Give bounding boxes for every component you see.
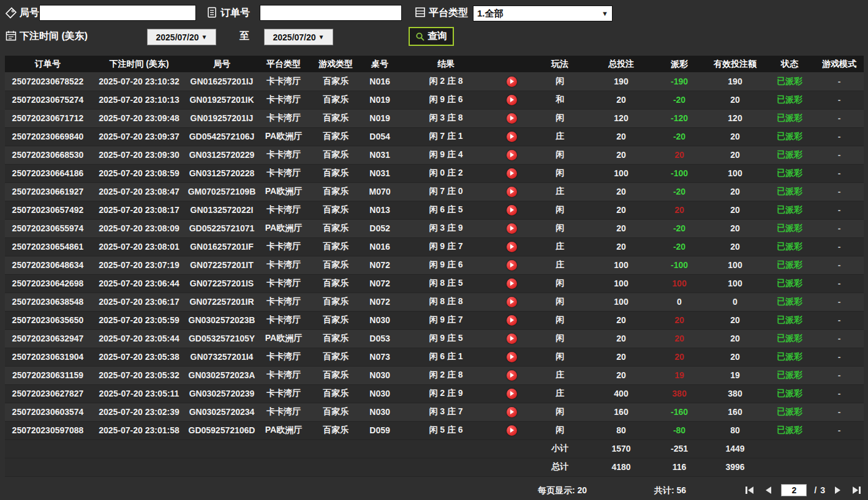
query-button[interactable]: 查询	[409, 27, 454, 46]
table-row: 2507202306685302025-07-20 23:09:30GN0312…	[5, 146, 864, 164]
play-icon	[510, 207, 514, 212]
date-to-picker[interactable]: 2025/07/20 ▼	[264, 29, 333, 45]
cell-table-no: N019	[360, 91, 399, 109]
cell-result: 闲 2 庄 8	[399, 72, 492, 91]
play-video-button[interactable]	[507, 76, 517, 87]
play-icon	[510, 263, 514, 267]
cell-platform-type: PA欧洲厅	[256, 329, 311, 348]
cell-status: 已派彩	[764, 403, 815, 421]
cell-payout: -20	[653, 182, 706, 201]
cell-play-video	[492, 403, 530, 421]
play-video-button[interactable]	[507, 315, 517, 326]
play-video-button[interactable]	[507, 113, 517, 124]
play-icon	[510, 354, 514, 359]
play-video-button[interactable]	[507, 205, 517, 215]
cell-game-mode: -	[815, 91, 864, 109]
next-page-button[interactable]	[832, 485, 843, 495]
play-video-button[interactable]	[507, 407, 517, 417]
cell-order-id: 250720230631159	[5, 366, 91, 384]
cell-order-id: 250720230638548	[5, 293, 91, 311]
cell-platform-type: 卡卡湾厅	[256, 384, 311, 403]
cell-status: 已派彩	[764, 421, 815, 439]
cell-bet-time: 2025-07-20 23:09:48	[91, 109, 187, 127]
platform-icon	[414, 6, 426, 18]
play-video-button[interactable]	[507, 370, 517, 381]
cell-game-mode: -	[815, 274, 864, 293]
play-video-button[interactable]	[507, 150, 517, 160]
current-page-input[interactable]: 2	[781, 484, 807, 496]
cell-game-mode: -	[815, 201, 864, 219]
play-video-button[interactable]	[507, 260, 517, 271]
play-video-button[interactable]	[507, 297, 517, 307]
bet-time-label: 下注时间 (美东)	[20, 30, 88, 43]
cell-table-no: N072	[360, 293, 399, 311]
platform-select[interactable]: 1.全部 ▼	[473, 6, 613, 21]
cell-game-mode: -	[815, 127, 864, 146]
prev-page-button[interactable]	[763, 485, 774, 495]
total-count-label: 共计: 56	[654, 485, 686, 496]
cell-play-video	[492, 146, 530, 164]
cell-play-method: 庄	[530, 127, 589, 146]
header-result: 结果	[399, 56, 492, 72]
cell-table-no: N072	[360, 274, 399, 293]
summary-body: 小计 1570 -251 1449 总计 4180 116 3996	[5, 439, 864, 476]
round-input[interactable]	[39, 5, 196, 21]
play-video-button[interactable]	[507, 168, 517, 179]
play-icon	[510, 409, 514, 414]
date-to-value: 2025/07/20	[273, 32, 316, 42]
play-video-button[interactable]	[507, 352, 517, 362]
cell-play-video	[492, 274, 530, 293]
cell-table-no: N013	[360, 201, 399, 219]
cell-platform-type: PA欧洲厅	[256, 127, 311, 146]
cell-total-bet: 20	[589, 348, 653, 366]
table-row: 2507202306574922025-07-20 23:08:17GN0132…	[5, 201, 864, 219]
cell-status: 已派彩	[764, 146, 815, 164]
cell-round-id: GN0302572023B	[187, 311, 256, 329]
cell-payout: -20	[653, 91, 706, 109]
cell-game-type: 百家乐	[311, 311, 360, 329]
tag-icon	[5, 7, 17, 19]
subtotal-valid-bet: 1449	[706, 439, 764, 458]
cell-bet-time: 2025-07-20 23:02:39	[91, 403, 187, 421]
play-icon	[510, 373, 514, 378]
order-input[interactable]	[260, 5, 402, 21]
play-video-button[interactable]	[507, 95, 517, 105]
play-video-button[interactable]	[507, 223, 517, 234]
play-video-button[interactable]	[507, 425, 517, 436]
play-video-button[interactable]	[507, 242, 517, 252]
cell-platform-type: 卡卡湾厅	[256, 403, 311, 421]
search-icon	[415, 32, 425, 42]
last-page-button[interactable]	[851, 485, 862, 495]
play-icon	[510, 189, 514, 194]
cell-valid-bet: 20	[706, 237, 764, 256]
cell-bet-time: 2025-07-20 23:07:19	[91, 256, 187, 274]
total-spacer-right	[764, 458, 864, 476]
pagination-bar: 每页显示: 20 共计: 56 2 / 3	[0, 483, 868, 500]
cell-platform-type: 卡卡湾厅	[256, 237, 311, 256]
cell-table-no: N073	[360, 348, 399, 366]
header-play-video	[492, 56, 530, 72]
play-video-button[interactable]	[507, 132, 517, 142]
cell-platform-type: 卡卡湾厅	[256, 201, 311, 219]
cell-platform-type: PA欧洲厅	[256, 182, 311, 201]
play-video-button[interactable]	[507, 187, 517, 197]
cell-valid-bet: 380	[706, 384, 764, 403]
play-video-button[interactable]	[507, 334, 517, 344]
cell-game-type: 百家乐	[311, 274, 360, 293]
header-game-mode: 游戏模式	[815, 56, 864, 72]
play-video-button[interactable]	[507, 389, 517, 399]
cell-payout: -20	[653, 127, 706, 146]
cell-payout: 20	[653, 201, 706, 219]
cell-result: 闲 3 庄 7	[399, 403, 492, 421]
first-page-button[interactable]	[744, 485, 755, 495]
date-from-picker[interactable]: 2025/07/20 ▼	[147, 29, 216, 45]
cell-table-no: D054	[360, 127, 399, 146]
cell-bet-time: 2025-07-20 23:10:13	[91, 91, 187, 109]
cell-play-video	[492, 311, 530, 329]
cell-payout: -20	[653, 237, 706, 256]
cell-platform-type: 卡卡湾厅	[256, 91, 311, 109]
play-video-button[interactable]	[507, 278, 517, 289]
cell-status: 已派彩	[764, 366, 815, 384]
cell-status: 已派彩	[764, 72, 815, 91]
cell-table-no: D059	[360, 421, 399, 439]
